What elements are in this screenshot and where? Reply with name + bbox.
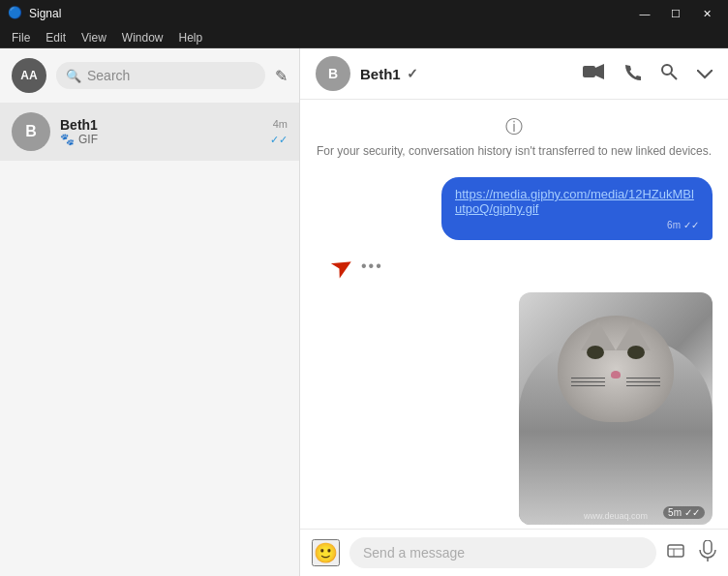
- info-icon: ⓘ: [505, 115, 523, 138]
- window-controls: — ☐ ✕: [631, 4, 720, 23]
- app-icon: 🔵: [8, 6, 23, 21]
- sticker-button[interactable]: [666, 541, 685, 565]
- read-check-icon: ✓✓: [683, 220, 699, 230]
- chat-header: B Beth1 ✓: [300, 48, 728, 100]
- search-bar[interactable]: 🔍 Search: [56, 62, 265, 89]
- contact-avatar: B: [12, 112, 50, 151]
- titlebar: 🔵 Signal — ☐ ✕: [0, 0, 728, 27]
- voice-call-button[interactable]: [623, 63, 641, 85]
- preview-text: GIF: [78, 133, 98, 146]
- svg-point-2: [662, 65, 672, 75]
- contact-info: Beth1 🐾 GIF: [60, 117, 260, 146]
- svg-rect-0: [583, 66, 595, 77]
- cat-whiskers-left: [571, 375, 605, 389]
- sidebar-header: AA 🔍 Search ✎: [0, 48, 299, 103]
- security-notice-text: For your security, conversation history …: [317, 144, 712, 158]
- voice-message-button[interactable]: [699, 540, 716, 566]
- menu-file[interactable]: File: [4, 27, 38, 47]
- cat-eyes: [587, 346, 645, 359]
- search-icon: 🔍: [66, 69, 81, 83]
- contact-meta: 4m ✓✓: [270, 118, 288, 146]
- emoji-button[interactable]: 🙂: [312, 539, 340, 566]
- chat-messages: ⓘ For your security, conversation histor…: [300, 100, 728, 529]
- cat-whiskers-right: [626, 375, 660, 389]
- svg-rect-5: [704, 540, 712, 554]
- maximize-button[interactable]: ☐: [662, 4, 689, 23]
- cat-face: [558, 316, 674, 422]
- menu-window[interactable]: Window: [114, 27, 171, 47]
- search-input[interactable]: Search: [87, 68, 130, 83]
- sidebar: AA 🔍 Search ✎ B Beth1 🐾 GIF 4m ✓✓: [0, 48, 300, 576]
- user-avatar[interactable]: AA: [12, 58, 46, 93]
- message-row-image: 5m ✓✓ www.deuaq.com: [316, 292, 713, 525]
- cat-eye-left: [587, 346, 604, 359]
- chat-header-actions: [583, 63, 713, 85]
- chat-contact-avatar: B: [316, 56, 350, 91]
- minimize-button[interactable]: —: [631, 4, 658, 23]
- chat-area: B Beth1 ✓: [300, 48, 728, 576]
- cat-gif-image: [519, 292, 713, 525]
- typing-area: ➤ •••: [316, 252, 713, 281]
- message-row-link: https://media.giphy.com/media/12HZukMBlu…: [316, 177, 713, 240]
- chat-input-bar: 🙂 Send a message: [300, 529, 728, 576]
- security-notice: ⓘ For your security, conversation histor…: [316, 115, 713, 158]
- contact-preview: 🐾 GIF: [60, 133, 260, 146]
- contact-item[interactable]: B Beth1 🐾 GIF 4m ✓✓: [0, 103, 299, 161]
- contact-time: 4m: [270, 118, 288, 130]
- contact-list: B Beth1 🐾 GIF 4m ✓✓: [0, 103, 299, 576]
- svg-rect-4: [668, 545, 683, 557]
- message-bubble-image: 5m ✓✓ www.deuaq.com: [519, 292, 713, 525]
- cat-nose: [611, 371, 621, 379]
- menu-edit[interactable]: Edit: [38, 27, 74, 47]
- message-link[interactable]: https://media.giphy.com/media/12HZukMBlu…: [455, 187, 694, 216]
- watermark: www.deuaq.com: [519, 511, 713, 521]
- app-title: Signal: [29, 7, 631, 20]
- video-call-button[interactable]: [583, 64, 604, 84]
- more-options-button[interactable]: [697, 64, 713, 84]
- close-button[interactable]: ✕: [693, 4, 720, 23]
- preview-icon: 🐾: [60, 133, 75, 146]
- search-chat-button[interactable]: [660, 63, 678, 85]
- message-time: 6m ✓✓: [455, 220, 699, 230]
- contact-read-status: ✓✓: [270, 134, 288, 146]
- compose-icon[interactable]: ✎: [275, 67, 288, 85]
- red-arrow-icon: ➤: [324, 247, 359, 286]
- menu-help[interactable]: Help: [171, 27, 211, 47]
- input-actions: [666, 540, 716, 566]
- typing-dots: •••: [361, 258, 383, 275]
- svg-marker-1: [595, 64, 604, 79]
- cat-eye-right: [627, 346, 645, 359]
- chat-contact-name: Beth1 ✓: [360, 66, 573, 82]
- verified-icon: ✓: [407, 66, 418, 81]
- menubar: File Edit View Window Help: [0, 27, 728, 48]
- svg-line-3: [671, 74, 677, 79]
- contact-name: Beth1: [60, 117, 260, 133]
- main-layout: AA 🔍 Search ✎ B Beth1 🐾 GIF 4m ✓✓: [0, 48, 728, 576]
- message-bubble-link: https://media.giphy.com/media/12HZukMBlu…: [441, 177, 713, 240]
- message-input[interactable]: Send a message: [349, 537, 656, 568]
- menu-view[interactable]: View: [74, 27, 114, 47]
